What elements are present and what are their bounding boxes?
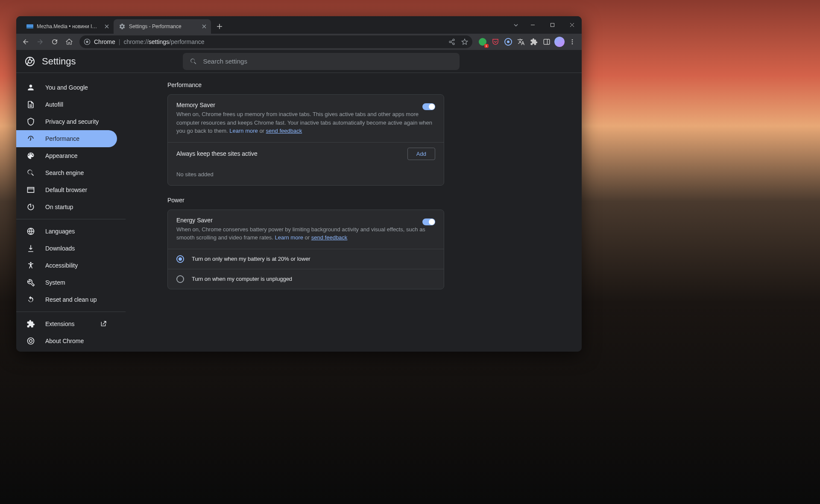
radio-unplugged[interactable]: Turn on when my computer is unplugged bbox=[168, 269, 444, 289]
settings-page: Settings Search settings You and GoogleA… bbox=[16, 50, 582, 352]
sidebar-item-label: Languages bbox=[45, 228, 75, 235]
settings-header: Settings Search settings bbox=[16, 50, 582, 73]
section-title-performance: Performance bbox=[167, 82, 444, 88]
sidebar-item-about[interactable]: About Chrome bbox=[16, 332, 117, 350]
toolbar: Chrome | chrome://settings/performance 1 bbox=[16, 34, 582, 50]
reload-button[interactable] bbox=[48, 35, 62, 49]
always-active-row: Always keep these sites active Add bbox=[168, 142, 444, 165]
share-icon[interactable] bbox=[448, 38, 455, 45]
extension-badge: 1 bbox=[484, 44, 489, 48]
learn-more-link[interactable]: Learn more bbox=[229, 128, 258, 134]
close-icon[interactable] bbox=[103, 23, 110, 30]
learn-more-link[interactable]: Learn more bbox=[275, 234, 303, 241]
radio-battery-20[interactable]: Turn on only when my battery is at 20% o… bbox=[168, 249, 444, 269]
forward-button[interactable] bbox=[33, 35, 47, 49]
sidebar-item-languages[interactable]: Languages bbox=[16, 223, 117, 240]
energy-saver-desc: When on, Chrome conserves battery power … bbox=[176, 225, 435, 242]
title-bar: Mezha.Media • новини IT та огл Settings … bbox=[16, 16, 582, 34]
puzzle-icon bbox=[26, 320, 35, 328]
sidebar-item-label: Appearance bbox=[45, 152, 78, 159]
always-active-label: Always keep these sites active bbox=[176, 150, 258, 157]
svg-point-10 bbox=[507, 41, 510, 43]
sidebar-item-label: Default browser bbox=[45, 186, 87, 193]
favicon-mezha bbox=[26, 23, 33, 30]
sidebar-item-default-browser[interactable]: Default browser bbox=[16, 181, 117, 198]
maximize-button[interactable] bbox=[542, 16, 562, 34]
chrome-icon bbox=[26, 337, 35, 345]
omnibox[interactable]: Chrome | chrome://settings/performance bbox=[79, 35, 472, 48]
translate-icon[interactable] bbox=[516, 37, 526, 47]
send-feedback-link[interactable]: send feedback bbox=[311, 234, 348, 241]
sidebar-item-label: About Chrome bbox=[45, 338, 84, 344]
content: Performance Memory Saver When on, Chrome… bbox=[126, 73, 582, 352]
minimize-button[interactable] bbox=[523, 16, 542, 34]
reset-icon bbox=[26, 295, 35, 304]
globe-icon bbox=[26, 227, 35, 236]
memory-saver-desc: When on, Chrome frees up memory from ina… bbox=[176, 110, 435, 135]
chrome-icon bbox=[25, 56, 35, 67]
omnibox-label: Chrome bbox=[94, 38, 115, 45]
download-icon bbox=[26, 244, 35, 253]
shield-icon bbox=[26, 117, 35, 126]
svg-point-19 bbox=[30, 262, 31, 263]
memory-saver-title: Memory Saver bbox=[176, 102, 435, 108]
palette-icon bbox=[26, 151, 35, 160]
svg-point-5 bbox=[453, 39, 454, 41]
sidebar-item-privacy[interactable]: Privacy and security bbox=[16, 113, 117, 130]
energy-saver-toggle[interactable] bbox=[422, 218, 435, 225]
sidebar-item-you-google[interactable]: You and Google bbox=[16, 79, 117, 96]
send-feedback-link[interactable]: send feedback bbox=[266, 128, 302, 134]
sidebar-item-appearance[interactable]: Appearance bbox=[16, 147, 117, 164]
close-button[interactable] bbox=[562, 16, 582, 34]
search-icon bbox=[26, 169, 35, 177]
sidebar-item-extensions[interactable]: Extensions bbox=[16, 315, 117, 332]
sidebar-item-label: Privacy and security bbox=[45, 118, 99, 125]
memory-saver-toggle[interactable] bbox=[422, 103, 435, 110]
svg-point-15 bbox=[572, 43, 573, 44]
no-sites-label: No sites added bbox=[168, 165, 444, 185]
chevron-down-icon[interactable] bbox=[509, 16, 523, 34]
tab-title: Settings - Performance bbox=[129, 23, 197, 29]
sidebar-item-accessibility[interactable]: Accessibility bbox=[16, 257, 117, 274]
add-button[interactable]: Add bbox=[407, 148, 435, 160]
section-title-power: Power bbox=[167, 197, 444, 204]
sidebar-item-downloads[interactable]: Downloads bbox=[16, 240, 117, 257]
bookmark-icon[interactable] bbox=[461, 38, 468, 45]
radio-icon bbox=[176, 255, 184, 263]
sidebar-item-on-startup[interactable]: On startup bbox=[16, 198, 117, 216]
radio-icon bbox=[176, 275, 184, 283]
back-button[interactable] bbox=[19, 35, 32, 49]
sidebar-item-autofill[interactable]: Autofill bbox=[16, 96, 117, 113]
avatar[interactable] bbox=[554, 37, 565, 47]
gear-icon bbox=[119, 23, 126, 30]
extension-green-icon[interactable]: 1 bbox=[477, 37, 488, 47]
settings-body: You and GoogleAutofillPrivacy and securi… bbox=[16, 73, 582, 352]
tab-mezha[interactable]: Mezha.Media • новини IT та огл bbox=[21, 19, 114, 34]
home-button[interactable] bbox=[62, 35, 76, 49]
sidepanel-icon[interactable] bbox=[542, 37, 552, 47]
new-tab-button[interactable] bbox=[214, 20, 226, 32]
settings-title: Settings bbox=[42, 56, 76, 67]
svg-point-6 bbox=[449, 41, 451, 43]
sidebar-item-label: Extensions bbox=[45, 320, 74, 327]
sidebar-item-reset[interactable]: Reset and clean up bbox=[16, 291, 117, 308]
menu-icon[interactable] bbox=[567, 37, 577, 47]
energy-saver-row: Energy Saver When on, Chrome conserves b… bbox=[168, 210, 444, 249]
wrench-icon bbox=[26, 278, 35, 287]
sidebar-item-system[interactable]: System bbox=[16, 274, 117, 291]
extension-icons: 1 bbox=[476, 37, 579, 47]
svg-point-7 bbox=[453, 43, 454, 45]
sidebar-item-performance[interactable]: Performance bbox=[16, 130, 117, 147]
search-placeholder: Search settings bbox=[203, 58, 247, 65]
tab-settings[interactable]: Settings - Performance bbox=[114, 19, 211, 34]
close-icon[interactable] bbox=[201, 23, 208, 30]
svg-rect-1 bbox=[26, 27, 33, 29]
extension-blue-icon[interactable] bbox=[503, 37, 513, 47]
sidebar-item-search-engine[interactable]: Search engine bbox=[16, 164, 117, 181]
search-settings[interactable]: Search settings bbox=[183, 53, 460, 70]
svg-point-14 bbox=[572, 41, 573, 43]
sidebar-item-label: You and Google bbox=[45, 84, 88, 91]
puzzle-icon[interactable] bbox=[529, 37, 539, 47]
pocket-icon[interactable] bbox=[490, 37, 501, 47]
external-link-icon bbox=[100, 320, 107, 327]
